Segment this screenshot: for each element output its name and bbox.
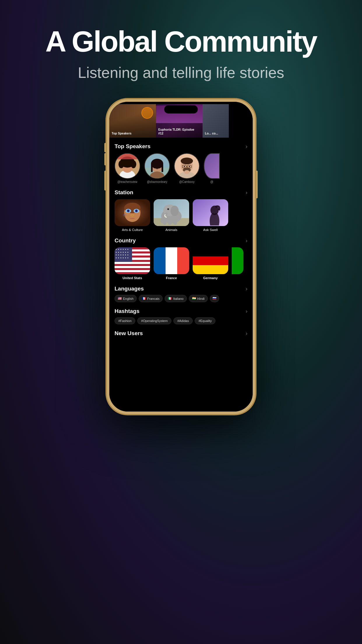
story-3-text: Lo... co... — [205, 132, 228, 135]
speaker-handle-4: @ — [210, 180, 213, 183]
volume-up-button — [104, 153, 106, 165]
svg-rect-14 — [151, 164, 153, 172]
new-users-chevron[interactable]: › — [246, 330, 247, 337]
svg-rect-49 — [163, 219, 166, 225]
svg-rect-15 — [161, 164, 163, 172]
speaker-avatar-4 — [204, 153, 220, 179]
svg-point-37 — [128, 210, 129, 211]
station-label-animals: Animals — [166, 228, 178, 232]
country-header: Country › — [115, 237, 247, 244]
languages-title: Languages — [115, 286, 144, 292]
hashtags-row: #Fashion #OperatingSystem #Adidas #Equal… — [115, 317, 247, 324]
svg-rect-50 — [168, 219, 172, 225]
story-1-art — [141, 107, 153, 119]
country-label-de: Germany — [203, 276, 218, 280]
languages-section: Languages › 🇺🇸English 🇫🇷Francais — [109, 281, 253, 304]
lang-pill-hi[interactable]: 🇮🇳Hindi — [189, 295, 208, 302]
country-section: Country › ★★★★★★★★★★★★★★★★★★★★★★ — [109, 233, 253, 281]
svg-point-8 — [125, 165, 126, 167]
top-speakers-title: Top Speakers — [115, 143, 150, 150]
phone-screen: Top Speakers Euphoria TLDR: Episdoe #12 … — [109, 102, 253, 412]
flag-fr — [154, 247, 189, 274]
svg-point-31 — [184, 170, 189, 174]
svg-point-40 — [136, 210, 137, 211]
story-card-3[interactable]: Lo... co... — [203, 104, 229, 138]
page-title: A Global Community — [0, 26, 362, 57]
country-item-us[interactable]: ★★★★★★★★★★★★★★★★★★★★★★★★ United Stats — [115, 247, 150, 280]
svg-rect-7 — [115, 154, 140, 159]
svg-point-47 — [171, 206, 179, 216]
hashtags-section: Hashtags › #Fashion #OperatingSystem #Ad… — [109, 304, 253, 326]
page-header: A Global Community Listening and telling… — [0, 0, 362, 96]
hashtags-chevron[interactable]: › — [246, 308, 247, 314]
svg-point-6 — [131, 160, 136, 168]
lang-pill-ru[interactable]: 🇷🇺 — [210, 295, 219, 302]
languages-row: 🇺🇸English 🇫🇷Francais 🇮🇹Italiano 🇮🇳Hindi — [115, 295, 247, 302]
new-users-header: New Users › — [115, 330, 247, 337]
speaker-handle-3: @Cambooy — [179, 180, 195, 183]
top-speakers-header: Top Speakers › — [115, 143, 247, 150]
station-img-arts — [115, 199, 150, 226]
country-title: Country — [115, 237, 136, 244]
station-chevron[interactable]: › — [246, 190, 247, 196]
svg-point-29 — [184, 166, 185, 167]
mute-button — [104, 143, 106, 152]
station-row: Arts & Culture — [115, 199, 247, 232]
top-speakers-chevron[interactable]: › — [246, 144, 247, 150]
avatar-svg-1 — [115, 154, 140, 178]
speaker-avatar-1 — [115, 153, 140, 179]
station-item-askswell[interactable]: Ask Swell — [193, 199, 228, 232]
svg-point-17 — [158, 165, 159, 167]
lang-pill-en[interactable]: 🇺🇸English — [115, 295, 137, 302]
volume-down-button — [104, 171, 106, 190]
svg-point-5 — [118, 160, 124, 168]
speaker-avatar-3 — [174, 153, 200, 179]
country-item-fr[interactable]: France — [154, 247, 189, 280]
station-img-askswell — [193, 199, 228, 226]
flag-4 — [232, 247, 243, 274]
hashtag-pill-fashion[interactable]: #Fashion — [115, 317, 135, 324]
speaker-avatar-2 — [144, 153, 170, 179]
svg-rect-51 — [173, 219, 177, 225]
station-label-askswell: Ask Swell — [203, 228, 218, 232]
station-header: Station › — [115, 189, 247, 196]
svg-point-48 — [167, 208, 169, 210]
station-item-arts[interactable]: Arts & Culture — [115, 199, 150, 232]
country-row: ★★★★★★★★★★★★★★★★★★★★★★★★ United Stats — [115, 247, 247, 280]
story-1-text: Top Speakers — [112, 132, 154, 135]
page-container: A Global Community Listening and telling… — [0, 0, 362, 644]
svg-point-13 — [151, 159, 163, 169]
country-item-de[interactable]: Germany — [193, 247, 228, 280]
speaker-item-2[interactable]: @shannonleary — [144, 153, 170, 183]
speakers-row: @teachersview — [115, 153, 247, 183]
power-button — [256, 171, 258, 198]
avatar-svg-3 — [175, 154, 199, 178]
lang-pill-it[interactable]: 🇮🇹Italiano — [165, 295, 187, 302]
svg-point-30 — [189, 166, 190, 167]
country-label-us: United Stats — [122, 276, 142, 280]
languages-chevron[interactable]: › — [246, 286, 247, 292]
speaker-item-4[interactable]: @ — [204, 153, 220, 183]
country-item-4[interactable] — [232, 247, 243, 280]
phone-notch — [164, 105, 198, 113]
hashtag-pill-os[interactable]: #OperatingSystem — [137, 317, 171, 324]
lang-pill-fr[interactable]: 🇫🇷Francais — [139, 295, 163, 302]
hashtag-pill-adidas[interactable]: #Adidas — [173, 317, 193, 324]
station-item-animals[interactable]: Animals — [154, 199, 189, 232]
speaker-item-3[interactable]: @Cambooy — [174, 153, 200, 183]
story-2-text: Euphoria TLDR: Episdoe #12 — [158, 128, 200, 135]
hashtag-pill-equality[interactable]: #Equality — [195, 317, 215, 324]
phone-device: Top Speakers Euphoria TLDR: Episdoe #12 … — [107, 99, 255, 414]
station-section: Station › — [109, 185, 253, 233]
speaker-handle-2: @shannonleary — [147, 180, 167, 183]
speaker-handle-1: @teachersview — [117, 180, 138, 183]
country-chevron[interactable]: › — [246, 238, 247, 244]
flag-us: ★★★★★★★★★★★★★★★★★★★★★★★★ — [115, 247, 150, 274]
story-card-1[interactable]: Top Speakers — [109, 104, 156, 138]
station-title: Station — [115, 189, 133, 196]
new-users-title: New Users — [115, 330, 143, 337]
speaker-item-1[interactable]: @teachersview — [115, 153, 140, 183]
screen-scroll-content: Top Speakers Euphoria TLDR: Episdoe #12 … — [109, 102, 253, 412]
svg-point-16 — [155, 165, 156, 167]
top-speakers-section: Top Speakers › — [109, 139, 253, 185]
